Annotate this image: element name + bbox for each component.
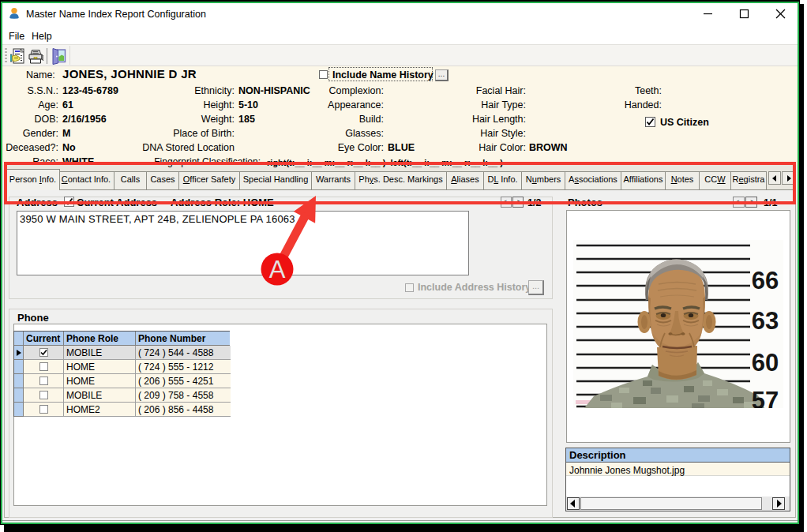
svg-text:57: 57 bbox=[752, 387, 779, 408]
svg-text:63: 63 bbox=[752, 307, 779, 335]
svg-text:66: 66 bbox=[752, 267, 779, 294]
svg-text:60: 60 bbox=[752, 349, 779, 377]
svg-text:A: A bbox=[269, 256, 286, 283]
